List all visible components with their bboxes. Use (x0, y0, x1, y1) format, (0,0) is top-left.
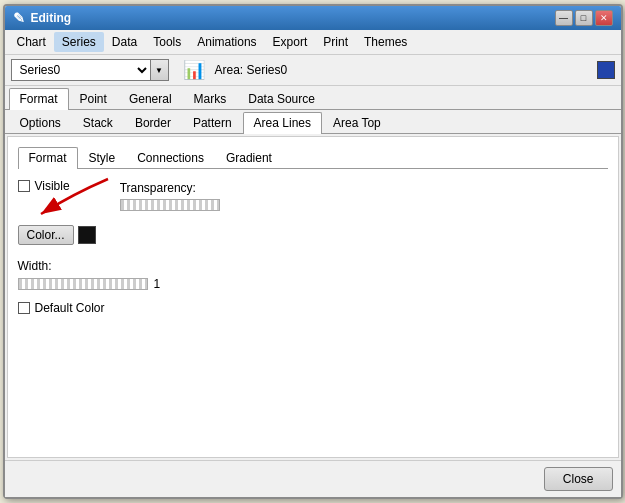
tab-connections[interactable]: Connections (126, 147, 215, 168)
tab-section-1: Format Point General Marks Data Source (5, 86, 621, 110)
transparency-section: Transparency: (120, 181, 220, 211)
tab-section-2: Options Stack Border Pattern Area Lines … (5, 110, 621, 134)
tab-format-inner[interactable]: Format (18, 147, 78, 169)
menu-data[interactable]: Data (104, 32, 145, 52)
toolbar-row: Series0 ▼ 📊 Area: Series0 (5, 55, 621, 86)
title-bar-left: ✎ Editing (13, 10, 72, 26)
transparency-label: Transparency: (120, 181, 220, 195)
tab-style[interactable]: Style (78, 147, 127, 168)
close-button[interactable]: Close (544, 467, 613, 491)
menu-animations[interactable]: Animations (189, 32, 264, 52)
window-title: Editing (31, 11, 72, 25)
transparency-slider[interactable] (120, 199, 220, 211)
area-label: Area: Series0 (215, 63, 288, 77)
menu-series[interactable]: Series (54, 32, 104, 52)
menu-print[interactable]: Print (315, 32, 356, 52)
series-color-swatch[interactable] (597, 61, 615, 79)
visible-row: Visible (18, 179, 70, 193)
format-tabs: Format Style Connections Gradient (18, 147, 608, 169)
title-controls: — □ ✕ (555, 10, 613, 26)
color-row: Color... (18, 225, 608, 245)
visible-checkbox[interactable] (18, 180, 30, 192)
transparency-slider-container (120, 199, 220, 211)
menu-bar: Chart Series Data Tools Animations Expor… (5, 30, 621, 55)
editing-window: ✎ Editing — □ ✕ Chart Series Data Tools … (3, 4, 623, 499)
bottom-bar: Close (5, 460, 621, 497)
series-select[interactable]: Series0 (11, 59, 151, 81)
tab-general[interactable]: General (118, 88, 183, 109)
width-label: Width: (18, 259, 608, 273)
default-color-checkbox[interactable] (18, 302, 30, 314)
color-box (78, 226, 96, 244)
tab-stack[interactable]: Stack (72, 112, 124, 133)
width-value: 1 (154, 277, 161, 291)
series-chart-icon: 📊 (183, 59, 205, 81)
tab-pattern[interactable]: Pattern (182, 112, 243, 133)
window-icon: ✎ (13, 10, 25, 26)
tab-area-lines[interactable]: Area Lines (243, 112, 322, 134)
tab-gradient[interactable]: Gradient (215, 147, 283, 168)
tab-options[interactable]: Options (9, 112, 72, 133)
minimize-button[interactable]: — (555, 10, 573, 26)
tab-format-1[interactable]: Format (9, 88, 69, 110)
default-color-row: Default Color (18, 301, 608, 315)
tab-point[interactable]: Point (69, 88, 118, 109)
title-bar: ✎ Editing — □ ✕ (5, 6, 621, 30)
menu-chart[interactable]: Chart (9, 32, 54, 52)
default-color-label: Default Color (35, 301, 105, 315)
content-area: Format Style Connections Gradient Visibl… (7, 136, 619, 458)
window-close-button[interactable]: ✕ (595, 10, 613, 26)
width-slider-row: 1 (18, 277, 608, 291)
dropdown-arrow[interactable]: ▼ (151, 59, 169, 81)
series-dropdown: Series0 ▼ (11, 59, 169, 81)
maximize-button[interactable]: □ (575, 10, 593, 26)
width-section: Width: 1 (18, 259, 608, 291)
color-button[interactable]: Color... (18, 225, 74, 245)
width-slider[interactable] (18, 278, 148, 290)
menu-themes[interactable]: Themes (356, 32, 415, 52)
tab-border[interactable]: Border (124, 112, 182, 133)
tab-data-source[interactable]: Data Source (237, 88, 326, 109)
visible-label: Visible (35, 179, 70, 193)
tab-area-top[interactable]: Area Top (322, 112, 392, 133)
tab-marks[interactable]: Marks (183, 88, 238, 109)
menu-tools[interactable]: Tools (145, 32, 189, 52)
menu-export[interactable]: Export (265, 32, 316, 52)
